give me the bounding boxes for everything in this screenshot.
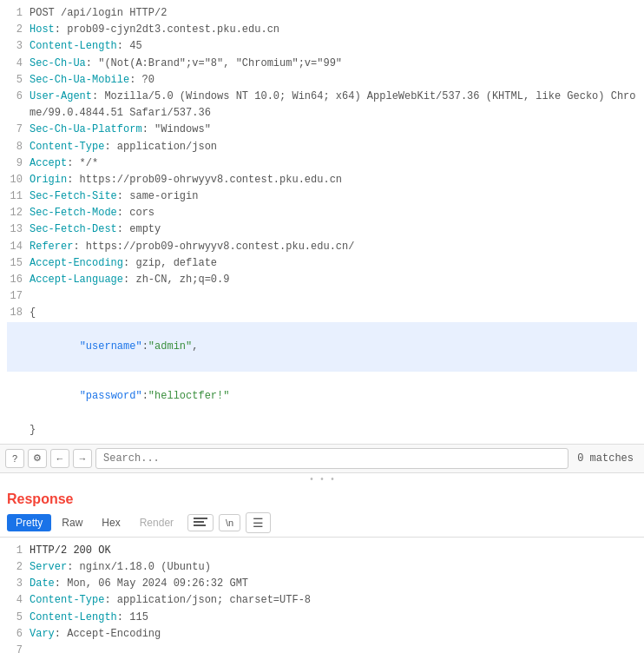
divider: • • • [0,473,644,486]
response-line-3: 3 Date: Mon, 06 May 2024 09:26:32 GMT [7,576,637,592]
request-json-username: "username":"admin", [7,322,637,373]
svg-rect-1 [194,521,204,523]
request-line-18: 18 { [7,305,637,321]
request-line-5: 5 Sec-Ch-Ua-Mobile: ?0 [7,72,637,89]
format-icon [194,517,207,527]
request-line-3: 3 Content-Length: 45 [7,38,637,55]
request-line-17: 17 [7,288,637,305]
tab-hex[interactable]: Hex [93,514,128,531]
request-line-16: 16 Accept-Language: zh-CN, zh;q=0.9 [7,272,637,288]
request-line-4: 4 Sec-Ch-Ua: "(Not(A:Brand";v="8", "Chro… [7,56,637,72]
response-body: 1 HTTP/2 200 OK 2 Server: nginx/1.18.0 (… [0,538,644,653]
newline-button[interactable]: \n [219,514,240,531]
format-button[interactable] [187,514,214,531]
request-line-1: 1 POST /api/login HTTP/2 [7,5,637,22]
tab-render[interactable]: Render [131,514,182,531]
request-line-15: 15 Accept-Encoding: gzip, deflate [7,255,637,272]
svg-rect-2 [194,524,206,526]
response-line-5: 5 Content-Length: 115 [7,610,637,626]
response-line-1: 1 HTTP/2 200 OK [7,543,637,559]
menu-button[interactable]: ☰ [246,512,271,533]
response-line-4: 4 Content-Type: application/json; charse… [7,592,637,609]
response-line-7: 7 [7,643,637,653]
forward-button[interactable]: → [73,449,92,468]
back-button[interactable]: ← [50,449,69,468]
settings-button[interactable]: ⚙ [28,449,47,468]
request-json-close: } [7,422,637,439]
request-line-12: 12 Sec-Fetch-Mode: cors [7,205,637,221]
request-line-10: 10 Origin: https://prob09-ohrwyyv8.conte… [7,172,637,188]
svg-rect-0 [194,518,207,519]
response-line-6: 6 Vary: Accept-Encoding [7,626,637,643]
request-body: 1 POST /api/login HTTP/2 2 Host: prob09-… [0,0,644,444]
match-count: 0 matches [572,452,639,465]
request-line-14: 14 Referer: https://prob09-ohrwyyv8.cont… [7,239,637,255]
tab-pretty[interactable]: Pretty [7,514,51,531]
request-line-13: 13 Sec-Fetch-Dest: empty [7,221,637,238]
response-tabs: Pretty Raw Hex Render \n ☰ [0,511,644,538]
request-line-8: 8 Content-Type: application/json [7,139,637,155]
request-line-6: 6 User-Agent: Mozilla/5.0 (Windows NT 10… [7,89,637,122]
search-toolbar: ? ⚙ ← → 0 matches [0,444,644,473]
request-json-password: "password":"helloctfer!" [7,372,637,422]
response-label: Response [0,486,644,511]
search-input[interactable] [95,448,568,469]
request-line-2: 2 Host: prob09-cjyn2dt3.contest.pku.edu.… [7,22,637,38]
tab-raw[interactable]: Raw [53,514,91,531]
request-line-9: 9 Accept: */* [7,155,637,172]
request-line-11: 11 Sec-Fetch-Site: same-origin [7,188,637,205]
request-line-7: 7 Sec-Ch-Ua-Platform: "Windows" [7,122,637,138]
help-button[interactable]: ? [5,449,24,468]
response-line-2: 2 Server: nginx/1.18.0 (Ubuntu) [7,559,637,576]
